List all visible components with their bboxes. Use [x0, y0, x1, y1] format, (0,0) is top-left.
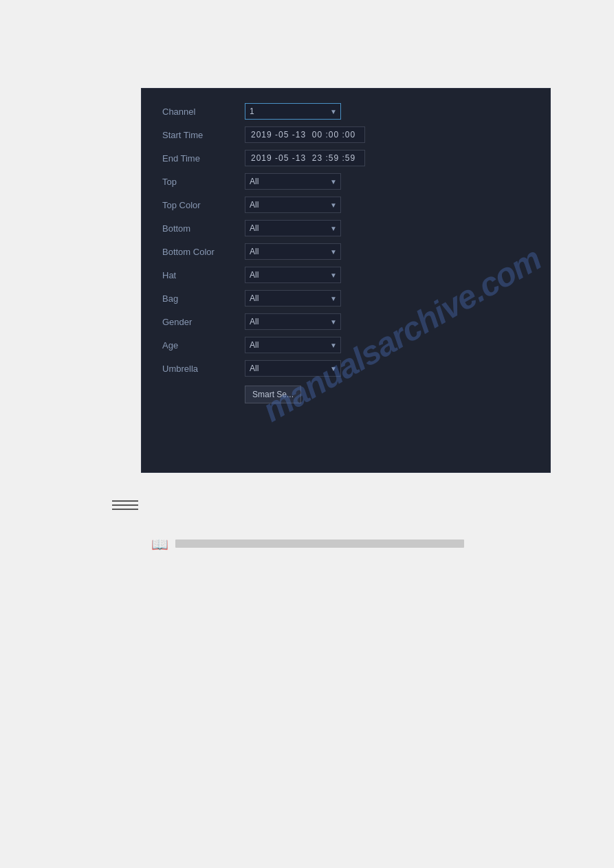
- bag-control: All ▼: [245, 290, 529, 307]
- smart-search-control: Smart Se...: [245, 383, 529, 403]
- deco-lines: [112, 500, 138, 510]
- gender-row: Gender All ▼: [162, 313, 529, 331]
- smart-search-button[interactable]: Smart Se...: [245, 386, 301, 403]
- bottom-row: Bottom All ▼: [162, 219, 529, 237]
- page-container: Channel 1 2 3 4 ▼ Start Time: [0, 0, 614, 868]
- main-panel: Channel 1 2 3 4 ▼ Start Time: [141, 88, 551, 473]
- top-label: Top: [162, 177, 245, 187]
- channel-row: Channel 1 2 3 4 ▼: [162, 102, 529, 120]
- end-time-row: End Time 2019 -05 -13 23 :59 :59: [162, 149, 529, 167]
- start-time-time: 00 :00 :00: [312, 130, 355, 140]
- top-color-control: All ▼: [245, 197, 529, 213]
- deco-line-2: [112, 504, 138, 506]
- deco-line-1: [112, 500, 138, 502]
- start-time-row: Start Time 2019 -05 -13 00 :00 :00: [162, 126, 529, 144]
- hat-control: All ▼: [245, 267, 529, 283]
- smart-search-row: Smart Se...: [162, 383, 529, 403]
- note-bar: [175, 539, 464, 548]
- top-color-select[interactable]: All: [245, 197, 341, 213]
- channel-control: 1 2 3 4 ▼: [245, 103, 529, 120]
- bottom-color-select[interactable]: All: [245, 243, 341, 260]
- top-color-row: Top Color All ▼: [162, 196, 529, 214]
- channel-select-wrapper[interactable]: 1 2 3 4 ▼: [245, 103, 341, 120]
- bottom-select[interactable]: All: [245, 220, 341, 236]
- umbrella-select[interactable]: All: [245, 360, 341, 377]
- top-color-select-wrapper[interactable]: All ▼: [245, 197, 341, 213]
- channel-select[interactable]: 1 2 3 4: [245, 103, 341, 120]
- top-color-label: Top Color: [162, 200, 245, 210]
- age-select[interactable]: All: [245, 337, 341, 353]
- start-time-label: Start Time: [162, 130, 245, 140]
- bottom-label: Bottom: [162, 223, 245, 234]
- umbrella-row: Umbrella All ▼: [162, 359, 529, 377]
- bag-row: Bag All ▼: [162, 289, 529, 307]
- top-select-wrapper[interactable]: All ▼: [245, 173, 341, 190]
- umbrella-label: Umbrella: [162, 364, 245, 374]
- bag-select-wrapper[interactable]: All ▼: [245, 290, 341, 307]
- end-time-box[interactable]: 2019 -05 -13 23 :59 :59: [245, 150, 365, 166]
- end-time-label: End Time: [162, 153, 245, 164]
- book-icon-area: 📖: [151, 536, 464, 553]
- age-label: Age: [162, 340, 245, 350]
- top-row: Top All ▼: [162, 173, 529, 190]
- bottom-color-label: Bottom Color: [162, 247, 245, 257]
- bottom-select-wrapper[interactable]: All ▼: [245, 220, 341, 236]
- age-select-wrapper[interactable]: All ▼: [245, 337, 341, 353]
- top-control: All ▼: [245, 173, 529, 190]
- form-area: Channel 1 2 3 4 ▼ Start Time: [142, 89, 550, 423]
- top-select[interactable]: All: [245, 173, 341, 190]
- hat-row: Hat All ▼: [162, 266, 529, 284]
- umbrella-select-wrapper[interactable]: All ▼: [245, 360, 341, 377]
- gender-control: All ▼: [245, 313, 529, 330]
- end-time-control: 2019 -05 -13 23 :59 :59: [245, 150, 529, 166]
- start-time-box[interactable]: 2019 -05 -13 00 :00 :00: [245, 126, 365, 143]
- gender-label: Gender: [162, 317, 245, 327]
- bag-label: Bag: [162, 293, 245, 304]
- end-time-time: 23 :59 :59: [312, 153, 355, 163]
- bottom-color-control: All ▼: [245, 243, 529, 260]
- hat-select-wrapper[interactable]: All ▼: [245, 267, 341, 283]
- start-time-control: 2019 -05 -13 00 :00 :00: [245, 126, 529, 143]
- bottom-color-select-wrapper[interactable]: All ▼: [245, 243, 341, 260]
- hat-select[interactable]: All: [245, 267, 341, 283]
- gender-select-wrapper[interactable]: All ▼: [245, 313, 341, 330]
- hat-label: Hat: [162, 270, 245, 280]
- deco-line-3: [112, 509, 138, 510]
- end-time-date: 2019 -05 -13: [251, 153, 306, 163]
- start-time-date: 2019 -05 -13: [251, 130, 306, 140]
- bottom-color-row: Bottom Color All ▼: [162, 243, 529, 260]
- bag-select[interactable]: All: [245, 290, 341, 307]
- age-control: All ▼: [245, 337, 529, 353]
- gender-select[interactable]: All: [245, 313, 341, 330]
- bottom-control: All ▼: [245, 220, 529, 236]
- channel-label: Channel: [162, 107, 245, 117]
- umbrella-control: All ▼: [245, 360, 529, 377]
- book-icon: 📖: [151, 536, 168, 553]
- age-row: Age All ▼: [162, 336, 529, 354]
